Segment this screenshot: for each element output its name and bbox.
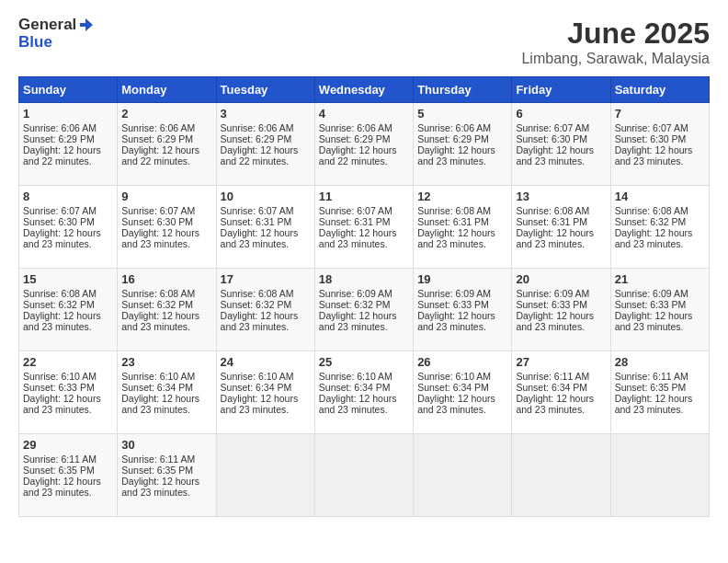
daylight-label: Daylight: 12 hours bbox=[121, 227, 199, 238]
sunrise-text: Sunrise: 6:08 AM bbox=[417, 205, 491, 216]
calendar-cell: 27 Sunrise: 6:11 AM Sunset: 6:34 PM Dayl… bbox=[512, 351, 610, 434]
calendar-cell: 24 Sunrise: 6:10 AM Sunset: 6:34 PM Dayl… bbox=[216, 351, 314, 434]
day-number: 4 bbox=[319, 107, 409, 121]
sunrise-text: Sunrise: 6:07 AM bbox=[319, 205, 392, 216]
daylight-label: Daylight: 12 hours bbox=[319, 144, 397, 155]
day-number: 7 bbox=[615, 107, 705, 121]
daylight-minutes: and 23 minutes. bbox=[121, 238, 190, 249]
daylight-minutes: and 23 minutes. bbox=[417, 404, 486, 415]
calendar-cell: 1 Sunrise: 6:06 AM Sunset: 6:29 PM Dayli… bbox=[19, 103, 118, 186]
day-number: 8 bbox=[23, 190, 113, 203]
logo-arrow-icon bbox=[78, 17, 95, 33]
sunset-text: Sunset: 6:32 PM bbox=[221, 299, 292, 310]
sunset-text: Sunset: 6:31 PM bbox=[516, 216, 587, 227]
daylight-minutes: and 23 minutes. bbox=[615, 238, 684, 249]
daylight-label: Daylight: 12 hours bbox=[121, 393, 199, 404]
sunset-text: Sunset: 6:29 PM bbox=[221, 133, 292, 144]
sunrise-text: Sunrise: 6:08 AM bbox=[615, 205, 688, 216]
day-number: 10 bbox=[221, 190, 311, 203]
day-number: 3 bbox=[221, 107, 311, 121]
sunset-text: Sunset: 6:34 PM bbox=[516, 382, 587, 393]
daylight-label: Daylight: 12 hours bbox=[319, 393, 397, 404]
daylight-minutes: and 23 minutes. bbox=[516, 155, 585, 167]
calendar-cell: 10 Sunrise: 6:07 AM Sunset: 6:31 PM Dayl… bbox=[216, 186, 314, 269]
daylight-label: Daylight: 12 hours bbox=[615, 393, 693, 404]
sunrise-text: Sunrise: 6:09 AM bbox=[516, 288, 589, 299]
subtitle: Limbang, Sarawak, Malaysia bbox=[521, 51, 710, 67]
sunrise-text: Sunrise: 6:10 AM bbox=[319, 371, 392, 382]
daylight-label: Daylight: 12 hours bbox=[516, 393, 594, 404]
daylight-minutes: and 22 minutes. bbox=[121, 155, 190, 167]
day-number: 28 bbox=[615, 355, 705, 369]
calendar-cell: 17 Sunrise: 6:08 AM Sunset: 6:32 PM Dayl… bbox=[216, 269, 314, 351]
daylight-label: Daylight: 12 hours bbox=[23, 227, 101, 238]
daylight-minutes: and 23 minutes. bbox=[516, 404, 585, 415]
day-number: 26 bbox=[417, 355, 507, 369]
title-area: June 2025 Limbang, Sarawak, Malaysia bbox=[521, 17, 710, 67]
sunrise-text: Sunrise: 6:08 AM bbox=[516, 205, 589, 216]
daylight-label: Daylight: 12 hours bbox=[221, 393, 299, 404]
daylight-label: Daylight: 12 hours bbox=[417, 227, 495, 238]
day-number: 22 bbox=[23, 355, 113, 369]
calendar-cell bbox=[314, 434, 413, 517]
calendar-cell: 18 Sunrise: 6:09 AM Sunset: 6:32 PM Dayl… bbox=[314, 269, 413, 351]
daylight-minutes: and 22 minutes. bbox=[23, 155, 92, 167]
sunset-text: Sunset: 6:34 PM bbox=[221, 382, 292, 393]
sunrise-text: Sunrise: 6:10 AM bbox=[121, 371, 195, 382]
col-tuesday: Tuesday bbox=[216, 77, 314, 103]
daylight-minutes: and 23 minutes. bbox=[516, 238, 585, 249]
sunrise-text: Sunrise: 6:11 AM bbox=[615, 371, 688, 382]
daylight-label: Daylight: 12 hours bbox=[221, 310, 299, 321]
header-row: Sunday Monday Tuesday Wednesday Thursday… bbox=[19, 77, 710, 103]
day-number: 16 bbox=[121, 272, 211, 286]
sunrise-text: Sunrise: 6:06 AM bbox=[121, 122, 195, 133]
sunset-text: Sunset: 6:30 PM bbox=[516, 133, 587, 144]
day-number: 6 bbox=[516, 107, 606, 121]
daylight-label: Daylight: 12 hours bbox=[121, 310, 199, 321]
sunrise-text: Sunrise: 6:06 AM bbox=[221, 122, 294, 133]
daylight-label: Daylight: 12 hours bbox=[417, 310, 495, 321]
sunset-text: Sunset: 6:29 PM bbox=[121, 133, 193, 144]
day-number: 27 bbox=[516, 355, 606, 369]
daylight-label: Daylight: 12 hours bbox=[516, 144, 594, 155]
sunrise-text: Sunrise: 6:07 AM bbox=[221, 205, 294, 216]
sunset-text: Sunset: 6:30 PM bbox=[121, 216, 193, 227]
day-number: 25 bbox=[319, 355, 409, 369]
day-number: 29 bbox=[23, 438, 113, 452]
day-number: 15 bbox=[23, 272, 113, 286]
day-number: 21 bbox=[615, 272, 705, 286]
daylight-minutes: and 23 minutes. bbox=[121, 404, 190, 415]
sunset-text: Sunset: 6:29 PM bbox=[417, 133, 489, 144]
daylight-label: Daylight: 12 hours bbox=[121, 476, 199, 487]
daylight-minutes: and 23 minutes. bbox=[615, 155, 684, 167]
daylight-minutes: and 23 minutes. bbox=[319, 404, 388, 415]
sunrise-text: Sunrise: 6:11 AM bbox=[516, 371, 589, 382]
calendar-cell: 19 Sunrise: 6:09 AM Sunset: 6:33 PM Dayl… bbox=[414, 269, 512, 351]
sunset-text: Sunset: 6:35 PM bbox=[615, 382, 687, 393]
daylight-minutes: and 23 minutes. bbox=[23, 238, 92, 249]
sunset-text: Sunset: 6:35 PM bbox=[121, 465, 193, 476]
svg-marker-0 bbox=[80, 18, 93, 31]
sunrise-text: Sunrise: 6:09 AM bbox=[319, 288, 392, 299]
sunset-text: Sunset: 6:34 PM bbox=[417, 382, 489, 393]
sunrise-text: Sunrise: 6:10 AM bbox=[23, 371, 97, 382]
sunset-text: Sunset: 6:31 PM bbox=[319, 216, 391, 227]
sunrise-text: Sunrise: 6:07 AM bbox=[516, 122, 589, 133]
calendar-cell: 12 Sunrise: 6:08 AM Sunset: 6:31 PM Dayl… bbox=[414, 186, 512, 269]
daylight-minutes: and 23 minutes. bbox=[221, 404, 290, 415]
daylight-minutes: and 23 minutes. bbox=[23, 404, 92, 415]
daylight-minutes: and 23 minutes. bbox=[615, 321, 684, 332]
col-wednesday: Wednesday bbox=[314, 77, 413, 103]
col-thursday: Thursday bbox=[414, 77, 512, 103]
calendar-cell: 22 Sunrise: 6:10 AM Sunset: 6:33 PM Dayl… bbox=[19, 351, 118, 434]
day-number: 1 bbox=[23, 107, 113, 121]
col-monday: Monday bbox=[118, 77, 216, 103]
col-saturday: Saturday bbox=[610, 77, 709, 103]
calendar-cell bbox=[610, 434, 709, 517]
sunrise-text: Sunrise: 6:10 AM bbox=[221, 371, 294, 382]
calendar-table: Sunday Monday Tuesday Wednesday Thursday… bbox=[18, 76, 710, 517]
sunset-text: Sunset: 6:32 PM bbox=[615, 216, 687, 227]
daylight-label: Daylight: 12 hours bbox=[319, 310, 397, 321]
daylight-label: Daylight: 12 hours bbox=[23, 476, 101, 487]
sunset-text: Sunset: 6:30 PM bbox=[615, 133, 687, 144]
